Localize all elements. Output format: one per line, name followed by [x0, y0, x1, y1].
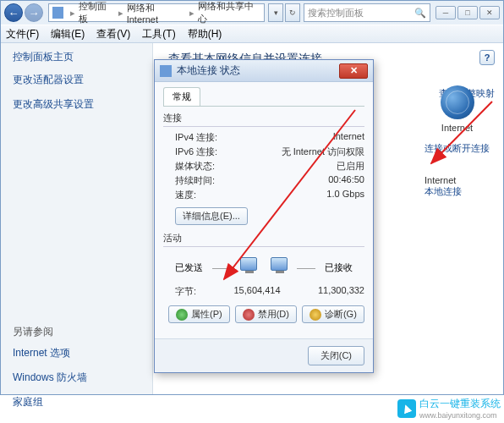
breadcrumb-item[interactable]: 网络和共享中心 — [198, 0, 260, 25]
menu-help[interactable]: 帮助(H) — [188, 27, 222, 41]
watermark: 白云一键重装系统 www.baiyunxitong.com — [397, 397, 501, 420]
bytes-sent: 15,604,414 — [233, 285, 280, 295]
connect-link[interactable]: 连接或断开连接 — [425, 142, 490, 155]
menu-edit[interactable]: 编辑(E) — [51, 27, 85, 41]
dialog-body: 常规 连接 IPv4 连接:Internet IPv6 连接:无 Interne… — [155, 82, 373, 338]
activity-icon — [240, 254, 288, 281]
close-button[interactable]: ✕ — [479, 6, 500, 19]
dialog-footer: 关闭(C) — [155, 338, 373, 372]
sidebar-home[interactable]: 控制面板主页 — [13, 50, 140, 64]
sidebar-see-also: 另请参阅 — [13, 325, 140, 339]
duration-label: 持续时间: — [175, 174, 215, 187]
access-type-label: Internet — [425, 175, 490, 185]
control-panel-icon — [52, 7, 63, 19]
bytes-recv: 11,300,332 — [318, 285, 364, 298]
ipv6-label: IPv6 连接: — [175, 146, 217, 158]
shield-icon — [243, 309, 255, 321]
watermark-url: www.baiyunxitong.com — [419, 411, 501, 420]
menu-tools[interactable]: 工具(T) — [142, 27, 175, 41]
dialog-titlebar[interactable]: 本地连接 状态 ✕ — [155, 60, 373, 82]
local-connection-link[interactable]: 本地连接 — [425, 185, 490, 198]
back-button[interactable]: ← — [4, 3, 23, 22]
details-button[interactable]: 详细信息(E)... — [175, 207, 248, 225]
shield-icon — [176, 309, 188, 321]
menu-file[interactable]: 文件(F) — [6, 27, 39, 41]
sidebar-internet-options[interactable]: Internet 选项 — [13, 346, 140, 360]
internet-globe-icon — [441, 85, 474, 119]
media-value: 已启用 — [337, 160, 364, 173]
bytes-label: 字节: — [175, 285, 196, 298]
sidebar: 控制面板主页 更改适配器设置 更改高级共享设置 另请参阅 Internet 选项… — [1, 43, 153, 394]
diagnose-button[interactable]: 诊断(G) — [302, 305, 364, 323]
search-icon: 🔍 — [414, 8, 426, 19]
sent-label: 已发送 — [175, 261, 203, 274]
ipv4-label: IPv4 连接: — [175, 131, 217, 144]
titlebar: ← → ▸ 控制面板 ▸ 网络和 Internet ▸ 网络和共享中心 ▾ ↻ … — [1, 1, 503, 25]
addressbar[interactable]: ▸ 控制面板 ▸ 网络和 Internet ▸ 网络和共享中心 — [48, 3, 265, 22]
maximize-button[interactable]: □ — [457, 6, 478, 19]
media-label: 媒体状态: — [175, 160, 215, 173]
help-button[interactable]: ? — [479, 50, 495, 65]
ipv4-value: Internet — [333, 131, 364, 144]
close-dialog-button[interactable]: 关闭(C) — [308, 346, 364, 365]
connection-status-dialog: 本地连接 状态 ✕ 常规 连接 IPv4 连接:Internet IPv6 连接… — [154, 59, 374, 373]
minimize-button[interactable]: ─ — [436, 6, 456, 19]
breadcrumb-item[interactable]: 网络和 Internet — [127, 2, 186, 25]
watermark-logo-icon — [397, 399, 416, 418]
menubar: 文件(F) 编辑(E) 查看(V) 工具(T) 帮助(H) — [1, 25, 503, 43]
sidebar-firewall[interactable]: Windows 防火墙 — [13, 371, 140, 385]
shield-icon — [310, 309, 321, 321]
activity-group: 活动 — [163, 232, 364, 247]
disable-button[interactable]: 禁用(D) — [235, 305, 297, 323]
network-icon — [160, 65, 172, 77]
dialog-title: 本地连接 状态 — [177, 63, 339, 78]
network-map-panel: Internet 查看完整映射 连接或断开连接 Internet 本地连接 — [425, 85, 490, 198]
breadcrumb-item[interactable]: 控制面板 — [79, 0, 114, 25]
duration-value: 00:46:50 — [328, 174, 364, 187]
menu-view[interactable]: 查看(V) — [96, 27, 130, 41]
forward-button[interactable]: → — [25, 3, 43, 22]
speed-value: 1.0 Gbps — [326, 189, 364, 201]
dialog-close-button[interactable]: ✕ — [339, 63, 368, 79]
watermark-brand: 白云一键重装系统 — [419, 398, 501, 409]
search-input[interactable]: 搜索控制面板 🔍 — [304, 3, 430, 22]
ipv6-value: 无 Internet 访问权限 — [282, 146, 364, 158]
sidebar-homegroup[interactable]: 家庭组 — [13, 395, 140, 409]
recv-label: 已接收 — [325, 261, 353, 274]
connection-group: 连接 — [163, 112, 364, 127]
speed-label: 速度: — [175, 189, 196, 201]
properties-button[interactable]: 属性(P) — [168, 305, 230, 323]
sidebar-sharing-settings[interactable]: 更改高级共享设置 — [13, 97, 140, 112]
refresh-button[interactable]: ↻ — [285, 3, 300, 22]
addressbar-dropdown[interactable]: ▾ — [268, 3, 283, 22]
sidebar-adapter-settings[interactable]: 更改适配器设置 — [13, 73, 140, 87]
tab-general[interactable]: 常规 — [163, 87, 200, 106]
